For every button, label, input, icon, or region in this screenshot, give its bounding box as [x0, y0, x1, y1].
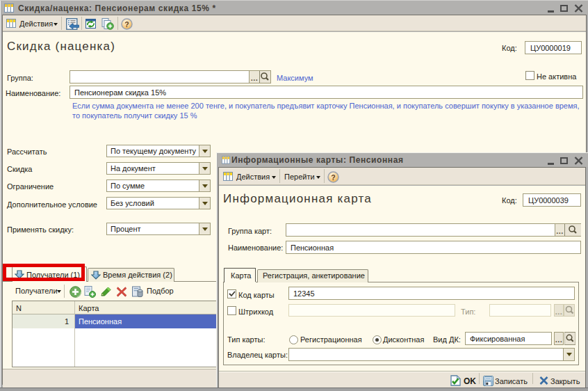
svg-text:?: ?	[124, 20, 129, 29]
svg-text:?: ?	[331, 173, 335, 182]
